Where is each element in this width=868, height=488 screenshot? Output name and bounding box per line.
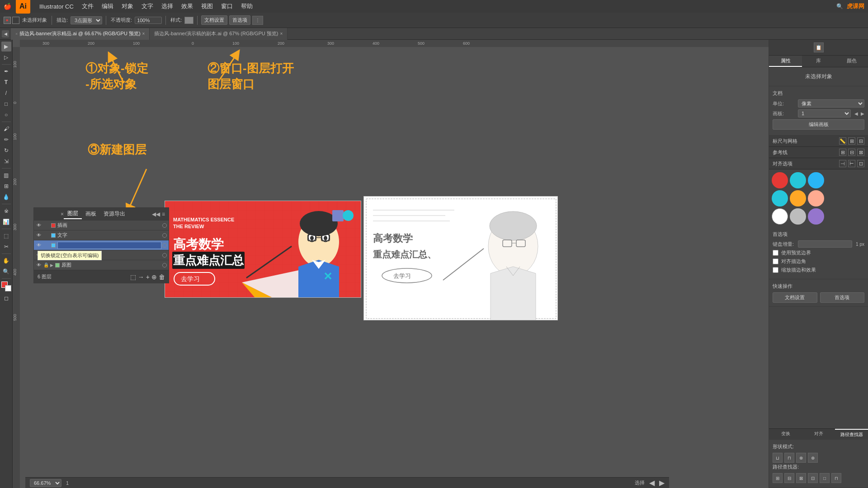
- quick-doc-settings-btn[interactable]: 文档设置: [773, 292, 817, 303]
- swatch-grey[interactable]: [790, 208, 806, 225]
- make-sublayer-btn[interactable]: ⬚: [130, 273, 136, 281]
- preferences-btn[interactable]: 首选项: [229, 15, 250, 25]
- artboard-edit-right[interactable]: ▶: [861, 111, 864, 116]
- right-tab-properties[interactable]: 属性: [769, 56, 802, 67]
- swatch-cyan[interactable]: [772, 190, 788, 206]
- snap-effects-check[interactable]: [773, 267, 778, 273]
- scale-tool[interactable]: ⇲: [1, 156, 11, 166]
- layer-4-visibility[interactable]: 👁: [36, 262, 42, 268]
- rotate-tool[interactable]: ↻: [1, 145, 11, 155]
- tab-document-1[interactable]: × 插边风-banner演示精品.ai @ 66.67% (RGB/GPU 预览…: [11, 28, 150, 40]
- menu-object[interactable]: 对象: [118, 1, 137, 11]
- layer-4-lock[interactable]: 🔒: [43, 262, 49, 268]
- direct-select-tool[interactable]: ▷: [1, 52, 11, 62]
- ruler-grid-section-header[interactable]: 标尺与网格 📏 ⊞ ⊟: [769, 136, 868, 147]
- collapse-panel-btn[interactable]: ◀◀: [152, 211, 160, 217]
- fill-color-box[interactable]: ■: [4, 17, 11, 24]
- layers-tab-layers[interactable]: 图层: [64, 209, 82, 219]
- menu-help[interactable]: 帮助: [237, 1, 256, 11]
- menu-window[interactable]: 窗口: [217, 1, 236, 11]
- swatch-white[interactable]: [772, 208, 788, 225]
- quick-preferences-btn[interactable]: 首选项: [820, 292, 865, 303]
- mesh-tool[interactable]: ⊞: [1, 181, 11, 191]
- next-artboard-btn[interactable]: ▶: [659, 479, 665, 487]
- rect-tool[interactable]: □: [1, 99, 11, 109]
- intersect-btn[interactable]: ⊗: [796, 453, 806, 463]
- round-corners-check[interactable]: [773, 258, 778, 264]
- minus-front-btn[interactable]: ⊓: [784, 453, 794, 463]
- bottom-tab-align[interactable]: 对齐: [802, 429, 835, 440]
- swatch-teal[interactable]: [790, 172, 806, 188]
- hand-tool[interactable]: ✋: [1, 256, 11, 266]
- artboard-tool[interactable]: ⬚: [1, 231, 11, 241]
- swatch-lightblue[interactable]: [808, 172, 824, 188]
- menu-select[interactable]: 选择: [158, 1, 177, 11]
- stroke-color-box[interactable]: □: [12, 17, 19, 24]
- merge-btn[interactable]: ⊠: [796, 473, 806, 483]
- layer-row-2[interactable]: 👁: [34, 240, 169, 250]
- drawing-modes[interactable]: ◻: [1, 293, 11, 303]
- text-tool[interactable]: T: [1, 77, 11, 87]
- new-layer-btn[interactable]: +: [146, 273, 150, 281]
- doc-settings-btn[interactable]: 文档设置: [201, 15, 227, 25]
- symbol-tool[interactable]: ※: [1, 206, 11, 216]
- swatch-purple[interactable]: [808, 208, 824, 225]
- zoom-tool[interactable]: 🔍: [1, 267, 11, 277]
- selection-tool[interactable]: ▶: [1, 42, 11, 52]
- layers-panel-close[interactable]: ×: [61, 211, 64, 217]
- menu-view[interactable]: 视图: [198, 1, 217, 11]
- panel-menu-btn[interactable]: ≡: [162, 211, 165, 217]
- layer-0-visibility[interactable]: 👁: [36, 222, 42, 229]
- snap-bounds-check[interactable]: [773, 250, 778, 256]
- layer-2-visibility[interactable]: 👁: [36, 242, 42, 249]
- line-tool[interactable]: /: [1, 88, 11, 98]
- trim-btn[interactable]: ⊟: [784, 473, 794, 483]
- layer-2-lock[interactable]: [43, 242, 49, 249]
- brush-tool[interactable]: 🖌: [1, 124, 11, 134]
- stroke-type-select[interactable]: 3点圆形: [71, 16, 102, 24]
- search-icon[interactable]: 🔍: [836, 3, 843, 9]
- guide-icon-2[interactable]: ⊟: [848, 149, 855, 156]
- nudge-input[interactable]: [798, 240, 852, 248]
- snap-icon[interactable]: ⊟: [857, 137, 864, 145]
- column-tool[interactable]: 📊: [1, 217, 11, 227]
- ruler-icon[interactable]: 📏: [839, 137, 846, 145]
- prev-artboard-btn[interactable]: ◀: [649, 479, 655, 487]
- opacity-input[interactable]: [135, 17, 162, 24]
- tab-2-close[interactable]: ×: [280, 31, 283, 36]
- guide-section-header[interactable]: 参考线 ⊞ ⊟ ⊠: [769, 147, 868, 158]
- outline-btn[interactable]: □: [820, 473, 830, 483]
- canvas-area[interactable]: 300 200 100 0 100 200 300 400 500 600 10…: [13, 40, 769, 488]
- align-center-icon[interactable]: ⊢: [848, 160, 855, 167]
- fill-stroke-indicator[interactable]: [1, 282, 11, 291]
- guide-icon-3[interactable]: ⊠: [857, 149, 864, 156]
- tab-document-2[interactable]: 插边风-banner演示稿的副本.ai @ 67% (RGB/GPU 预览) ×: [150, 28, 288, 40]
- menu-effect[interactable]: 效果: [178, 1, 197, 11]
- properties-icon[interactable]: 📋: [814, 42, 824, 52]
- swatch-orange[interactable]: [790, 190, 806, 206]
- bottom-tab-transform[interactable]: 变换: [769, 429, 802, 440]
- layer-1-lock[interactable]: [43, 232, 49, 239]
- menu-text[interactable]: 文字: [138, 1, 157, 11]
- ellipse-tool[interactable]: ○: [1, 110, 11, 120]
- right-tab-library[interactable]: 库: [802, 56, 835, 67]
- menu-edit[interactable]: 编辑: [98, 1, 117, 11]
- move-to-layer-btn[interactable]: →: [138, 273, 144, 281]
- arrange-btn[interactable]: ⋮: [252, 16, 263, 25]
- edit-artboard-btn[interactable]: 编辑画板: [773, 119, 864, 130]
- divide-btn[interactable]: ⊞: [773, 473, 783, 483]
- layer-4-expand[interactable]: ▶: [50, 263, 53, 267]
- unit-select[interactable]: 像素: [798, 99, 864, 108]
- guide-icon-1[interactable]: ⊞: [839, 149, 846, 156]
- layers-tab-export[interactable]: 资源导出: [100, 209, 129, 219]
- layer-0-lock[interactable]: [43, 222, 49, 229]
- artboard-edit-left[interactable]: ◀: [854, 111, 858, 116]
- swatch-salmon[interactable]: [808, 190, 824, 206]
- pencil-tool[interactable]: ✏: [1, 135, 11, 145]
- menu-file[interactable]: 文件: [78, 1, 97, 11]
- layer-2-name-input[interactable]: [57, 242, 161, 249]
- tab-1-close[interactable]: ×: [142, 31, 145, 36]
- layer-1-visibility[interactable]: 👁: [36, 232, 42, 239]
- exclude-btn[interactable]: ⊕: [808, 453, 818, 463]
- menu-illustratorcc[interactable]: Illustrator CC: [36, 2, 77, 11]
